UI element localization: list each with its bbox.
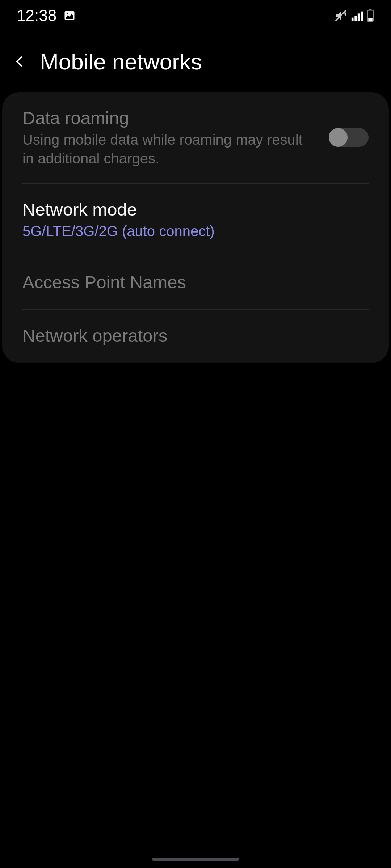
network-mode-subtitle: 5G/LTE/3G/2G (auto connect) <box>22 222 354 241</box>
network-mode-text: Network mode 5G/LTE/3G/2G (auto connect) <box>22 199 369 241</box>
nav-handle[interactable] <box>152 858 239 861</box>
network-operators-row[interactable]: Network operators <box>2 310 389 363</box>
data-roaming-subtitle: Using mobile data while roaming may resu… <box>22 130 314 168</box>
data-roaming-text: Data roaming Using mobile data while roa… <box>22 107 329 168</box>
svg-rect-6 <box>361 11 363 20</box>
svg-rect-5 <box>358 13 360 21</box>
svg-rect-4 <box>354 16 357 21</box>
status-time: 12:38 <box>17 7 56 25</box>
battery-icon <box>366 9 374 22</box>
network-mode-row[interactable]: Network mode 5G/LTE/3G/2G (auto connect) <box>2 184 389 256</box>
data-roaming-title: Data roaming <box>22 107 314 129</box>
svg-rect-9 <box>368 18 372 21</box>
page-title: Mobile networks <box>40 49 202 75</box>
apn-text: Access Point Names <box>22 272 369 294</box>
data-roaming-row[interactable]: Data roaming Using mobile data while roa… <box>2 92 389 183</box>
network-operators-title: Network operators <box>22 325 354 346</box>
data-roaming-toggle[interactable] <box>329 128 369 147</box>
status-bar-right <box>335 9 374 22</box>
mute-vibrate-icon <box>335 9 347 22</box>
signal-icon <box>350 9 363 22</box>
network-operators-text: Network operators <box>22 325 369 348</box>
picture-icon <box>63 9 76 22</box>
back-button[interactable] <box>11 52 29 71</box>
toggle-knob <box>329 128 348 147</box>
settings-panel: Data roaming Using mobile data while roa… <box>2 92 389 363</box>
app-header: Mobile networks <box>0 31 391 92</box>
apn-row[interactable]: Access Point Names <box>2 256 389 310</box>
status-bar-left: 12:38 <box>17 7 76 25</box>
svg-point-1 <box>67 12 68 14</box>
apn-title: Access Point Names <box>22 272 354 293</box>
network-mode-title: Network mode <box>22 199 354 220</box>
svg-rect-3 <box>352 17 354 21</box>
status-bar: 12:38 <box>0 0 391 31</box>
